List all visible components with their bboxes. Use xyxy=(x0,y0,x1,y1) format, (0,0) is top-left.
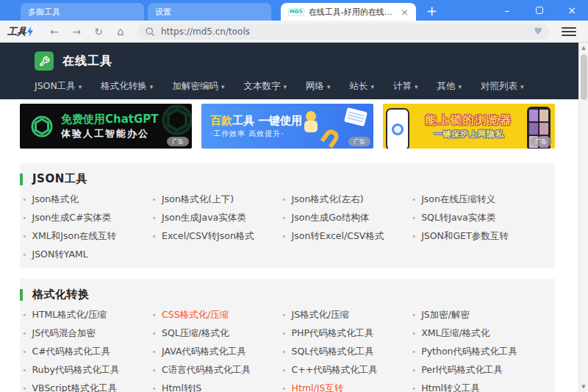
tool-link-label: Python代码格式化工具 xyxy=(421,346,517,358)
minimize-button[interactable]: – xyxy=(491,0,523,21)
tool-grid: •Json格式化•Json格式化(上下)•Json格式化(左右)•Json在线压… xyxy=(20,190,548,264)
phone-illustration xyxy=(386,108,409,149)
tool-link[interactable]: •Html转义工具 xyxy=(412,379,548,392)
tool-link-label: JS格式化/压缩 xyxy=(292,309,349,321)
tab-close-icon[interactable]: × xyxy=(401,7,409,17)
ad-headline: 能上锁的浏览器 xyxy=(426,113,513,127)
tool-link[interactable]: •VBScript格式化工具 xyxy=(22,379,152,392)
openai-logo-icon xyxy=(29,113,55,140)
tool-link-label: Json格式化 xyxy=(32,193,79,206)
ad-banner-row: 免费使用ChatGPT 体验人工智能办公 广告 百款工具 一键使用 ·工作效率 … xyxy=(20,104,555,149)
tool-link[interactable]: •Json转Excel/CSV格式 xyxy=(282,227,412,246)
tool-link[interactable]: •Python代码格式化工具 xyxy=(412,343,548,361)
tool-link-label: JS加密/解密 xyxy=(421,309,470,321)
tool-link[interactable]: •Json生成Java实体类 xyxy=(152,209,282,227)
back-button[interactable]: ← xyxy=(43,26,65,38)
forward-button[interactable]: → xyxy=(65,26,87,38)
site-brand[interactable]: 在线工具 xyxy=(35,43,578,71)
nav-item-5[interactable]: 网络▾ xyxy=(306,80,331,93)
ad-headline: 免费使用ChatGPT xyxy=(61,112,159,126)
tool-link-label: Json生成Java实体类 xyxy=(162,212,246,224)
tool-link[interactable]: •JSON转YAML xyxy=(22,246,152,264)
nav-item-4[interactable]: 文本数字▾ xyxy=(243,80,287,93)
scroll-down-icon[interactable]: ▼ xyxy=(579,382,588,392)
ad-banner-browser[interactable]: 能上锁的浏览器 一键保护上网隐私 广告 xyxy=(383,104,555,149)
tool-link[interactable]: •JSON和GET参数互转 xyxy=(412,227,548,246)
bullet-icon: • xyxy=(22,195,27,204)
bullet-icon: • xyxy=(412,347,417,357)
lock-icon xyxy=(392,124,404,135)
bullet-icon: • xyxy=(22,384,27,392)
nav-item-8[interactable]: 其他▾ xyxy=(437,80,462,93)
close-window-button[interactable]: × xyxy=(556,0,588,21)
tool-link-label: HTML格式化/压缩 xyxy=(32,309,107,321)
bullet-icon: • xyxy=(412,366,417,375)
tool-link[interactable]: •PHP代码格式化工具 xyxy=(282,324,412,343)
address-bar[interactable]: https://md5.cn/tools ♥ xyxy=(137,24,550,40)
chevron-down-icon: ▾ xyxy=(79,83,82,90)
tool-link[interactable]: •SQL转Java实体类 xyxy=(412,209,548,227)
tool-link[interactable]: •SQL压缩/格式化 xyxy=(152,324,282,343)
tool-link[interactable]: •CSS格式化/压缩 xyxy=(152,306,282,324)
tool-link[interactable]: •C++代码格式化工具 xyxy=(282,361,412,379)
tool-link-label: Json在线压缩转义 xyxy=(421,193,495,206)
tool-link[interactable]: •JS格式化/压缩 xyxy=(282,306,412,324)
bullet-icon: • xyxy=(282,366,287,375)
nav-item-2[interactable]: 格式化转换▾ xyxy=(101,80,153,93)
browser-logo[interactable]: 工具 xyxy=(7,25,33,38)
tool-link[interactable]: •Perl代码格式化工具 xyxy=(412,361,548,379)
bullet-icon: • xyxy=(282,384,287,392)
nav-item-7[interactable]: 计算▾ xyxy=(393,80,418,93)
maximize-button[interactable] xyxy=(523,0,556,21)
tool-link[interactable]: •Json格式化(上下) xyxy=(152,190,282,209)
search-icon xyxy=(145,26,155,37)
tab-online-tools[interactable]: MD5 在线工具-好用的在线工具都... × xyxy=(281,3,416,21)
accent-bar xyxy=(20,289,23,301)
tool-link[interactable]: •Json在线压缩转义 xyxy=(412,190,548,209)
tool-link[interactable]: •Json格式化 xyxy=(22,190,152,209)
tool-link[interactable]: •Ruby代码格式化工具 xyxy=(22,361,152,379)
ad-banner-chatgpt[interactable]: 免费使用ChatGPT 体验人工智能办公 广告 xyxy=(20,104,192,149)
tool-link[interactable]: •HTML格式化/压缩 xyxy=(22,306,152,324)
scrollbar[interactable]: ▲ ▼ xyxy=(578,43,588,392)
bullet-icon: • xyxy=(282,347,287,357)
tool-link[interactable]: •JS代码混合加密 xyxy=(22,324,152,343)
browser-window: 多御工具 设置 MD5 在线工具-好用的在线工具都... × + – × 工具 … xyxy=(0,0,588,392)
openai-logo-ghost-icon xyxy=(158,104,192,139)
nav-item-6[interactable]: 站长▾ xyxy=(349,80,374,93)
tool-link[interactable]: •JS加密/解密 xyxy=(412,306,548,324)
tool-link[interactable]: •C#代码格式化工具 xyxy=(22,343,152,361)
nav-item-1[interactable]: JSON工具▾ xyxy=(35,80,82,93)
chevron-down-icon: ▾ xyxy=(520,83,524,90)
scroll-up-icon[interactable]: ▲ xyxy=(579,43,588,53)
tool-link[interactable]: •C语言代码格式化工具 xyxy=(152,361,282,379)
bullet-icon: • xyxy=(22,250,27,260)
tool-link[interactable]: •XML压缩/格式化 xyxy=(412,324,548,343)
tool-link[interactable]: •Excel/CSV转Json格式 xyxy=(152,227,282,246)
menu-button[interactable] xyxy=(562,25,576,38)
chevron-down-icon: ▾ xyxy=(327,83,331,90)
reload-button[interactable]: ↻ xyxy=(87,26,110,38)
bullet-icon: • xyxy=(412,232,417,241)
url-text[interactable]: https://md5.cn/tools xyxy=(161,26,534,37)
tool-link[interactable]: •XML和Json在线互转 xyxy=(22,227,152,246)
tool-link[interactable]: •Json生成C#实体类 xyxy=(22,209,152,227)
tab-settings[interactable]: 设置 xyxy=(148,3,271,21)
tool-link[interactable]: •JAVA代码格式化工具 xyxy=(152,343,282,361)
scrollbar-thumb[interactable] xyxy=(581,54,587,100)
tool-link[interactable]: •Json格式化(左右) xyxy=(282,190,412,209)
tool-link[interactable]: •Html转JS xyxy=(152,379,282,392)
person-illustration xyxy=(306,111,316,121)
nav-item-3[interactable]: 加解密编码▾ xyxy=(172,80,224,93)
tool-link[interactable]: •SQL代码格式化工具 xyxy=(282,343,412,361)
new-tab-button[interactable]: + xyxy=(426,4,437,18)
chevron-down-icon: ▾ xyxy=(283,83,287,90)
home-button[interactable]: ⌂ xyxy=(110,25,132,38)
tool-link[interactable]: •Json生成Go结构体 xyxy=(282,209,412,227)
ad-banner-tools[interactable]: 百款工具 一键使用 ·工作效率 高效提升· 广告 xyxy=(201,104,373,149)
favorite-heart-icon[interactable]: ♥ xyxy=(534,26,542,37)
nav-item-9[interactable]: 对照列表▾ xyxy=(481,80,524,93)
tab-duoyu-tools[interactable]: 多御工具 xyxy=(21,3,144,21)
nav-item-label: 文本数字 xyxy=(243,80,280,93)
tool-link[interactable]: •Html/JS互转 xyxy=(282,379,412,392)
